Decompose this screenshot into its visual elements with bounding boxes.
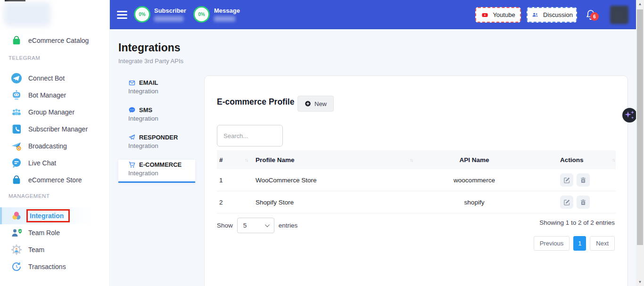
discussion-button[interactable]: Discussion — [527, 7, 577, 23]
tab-ecommerce-integration[interactable]: E-COMMERCE Integration — [118, 160, 195, 183]
app-logo[interactable] — [4, 2, 51, 26]
api-name-cell: woocommerce — [415, 177, 533, 184]
tab-email-integration[interactable]: EMAIL Integration — [118, 78, 195, 99]
delete-button[interactable] — [577, 196, 590, 209]
new-profile-button[interactable]: New — [297, 96, 334, 112]
subscriber-progress-gauge: 0% — [134, 6, 150, 23]
contact-book-icon — [11, 123, 22, 135]
sidebar-item-subscriber-manager[interactable]: Subscriber Manager — [0, 121, 110, 138]
search-input[interactable] — [217, 125, 283, 147]
edit-button[interactable] — [560, 173, 573, 187]
shopping-bag-icon — [11, 35, 22, 46]
sidebar-item-transactions[interactable]: Transactions — [0, 258, 110, 275]
sidebar-item-broadcasting[interactable]: Broadcasting — [0, 138, 110, 155]
scrollbar-thumb[interactable] — [637, 9, 643, 245]
sort-icon[interactable]: ↑↓ — [612, 157, 615, 163]
robot-icon — [11, 90, 22, 101]
sidebar-item-connect-bot[interactable]: Connect Bot — [0, 70, 110, 87]
chat-bubble-icon — [11, 157, 22, 169]
profile-name-cell: WooCommerce Store — [250, 177, 415, 184]
sidebar: eCommerce Catalog TELEGRAM Connect Bot B… — [0, 0, 110, 286]
current-page-button[interactable]: 1 — [573, 236, 586, 251]
sort-icon[interactable]: ↑↓ — [410, 157, 413, 163]
tab-title: E-COMMERCE — [139, 161, 182, 168]
sidebar-item-label: Team Role — [28, 229, 60, 237]
history-clock-icon — [11, 261, 22, 272]
integration-subnav: EMAIL Integration SMS Integration RESPON… — [118, 78, 195, 188]
next-page-button[interactable]: Next — [590, 236, 615, 251]
tab-subtitle: Integration — [128, 115, 195, 122]
profiles-table: #↑↓ Profile Name↑↓ API Name Actions↑↓ 1 … — [217, 150, 616, 213]
sidebar-item-ecommerce-store[interactable]: eCommerce Store — [0, 172, 110, 188]
main-content: Integrations Integrate 3rd Party APIs EM… — [110, 29, 636, 286]
pagination: Previous 1 Next — [534, 236, 615, 251]
sidebar-item-ecommerce-catalog[interactable]: eCommerce Catalog — [0, 32, 110, 49]
tab-title: EMAIL — [139, 79, 158, 86]
column-header-profile-name[interactable]: Profile Name↑↓ — [250, 156, 415, 163]
store-bag-icon — [11, 174, 22, 186]
scroll-down-arrow[interactable]: ▼ — [636, 280, 644, 284]
sidebar-item-label: Connect Bot — [28, 74, 65, 82]
previous-page-button[interactable]: Previous — [534, 236, 570, 251]
sidebar-item-group-manager[interactable]: Group Manager — [0, 104, 110, 121]
row-number: 2 — [217, 199, 250, 206]
sidebar-item-integration[interactable]: Integration — [0, 207, 110, 224]
sidebar-item-live-chat[interactable]: Live Chat — [0, 155, 110, 172]
active-indicator-bar — [0, 207, 2, 224]
page-subtitle: Integrate 3rd Party APIs — [118, 57, 183, 65]
sidebar-item-team-role[interactable]: Team Role — [0, 224, 110, 241]
tab-responder-integration[interactable]: RESPONDER Integration — [118, 132, 195, 154]
page-size-control: Show 5 entries — [217, 218, 297, 233]
show-label: Show — [217, 222, 233, 229]
user-avatar[interactable] — [610, 6, 628, 24]
edit-button[interactable] — [560, 196, 573, 209]
users-group-icon — [11, 106, 22, 118]
subscriber-count-redacted — [154, 16, 183, 22]
row-number: 1 — [217, 177, 250, 184]
sms-bubble-icon — [128, 106, 136, 114]
cart-icon — [128, 161, 136, 168]
hamburger-menu-icon[interactable] — [117, 11, 127, 21]
sidebar-item-team[interactable]: Team — [0, 241, 110, 258]
sidebar-item-label: Subscriber Manager — [28, 125, 88, 133]
table-header-row: #↑↓ Profile Name↑↓ API Name Actions↑↓ — [217, 150, 616, 169]
browser-edge-bar — [5, 0, 25, 1]
envelope-icon — [128, 80, 136, 86]
sidebar-group-management: Integration Team Role Team Transactions — [0, 207, 110, 275]
subscriber-progress-value: 0% — [139, 12, 145, 17]
sidebar-item-label: Broadcasting — [28, 142, 67, 150]
delete-button[interactable] — [577, 173, 590, 187]
entries-label: entries — [279, 222, 298, 229]
api-name-cell: shopify — [415, 199, 533, 206]
broadcast-plane-icon — [11, 140, 22, 152]
scroll-up-arrow[interactable]: ▲ — [636, 2, 644, 6]
table-row: 2 Shopify Store shopify — [217, 191, 616, 213]
column-header-api-name[interactable]: API Name — [415, 156, 533, 163]
sparkle-icon — [631, 116, 634, 119]
tab-title: RESPONDER — [139, 134, 178, 141]
sparkle-icon — [625, 111, 631, 118]
profile-name-cell: Shopify Store — [250, 199, 415, 206]
chevron-down-icon — [265, 222, 270, 227]
youtube-button[interactable]: Youtube — [475, 7, 521, 23]
sidebar-item-label: eCommerce Catalog — [28, 37, 89, 44]
discussion-button-label: Discussion — [543, 11, 573, 18]
tab-subtitle: Integration — [128, 88, 195, 95]
page-size-select[interactable]: 5 — [237, 218, 274, 233]
sidebar-item-bot-manager[interactable]: Bot Manager — [0, 87, 110, 104]
tab-sms-integration[interactable]: SMS Integration — [118, 105, 195, 127]
notification-count-badge: 6 — [590, 12, 599, 21]
sort-icon[interactable]: ↑↓ — [245, 157, 248, 163]
sidebar-item-label: Live Chat — [28, 159, 56, 167]
telegram-icon — [11, 73, 22, 84]
annotation-highlight: Integration — [26, 209, 70, 222]
new-button-label: New — [314, 100, 327, 107]
column-header-actions[interactable]: Actions↑↓ — [533, 156, 616, 163]
vertical-scrollbar[interactable]: ▲ ▼ — [636, 0, 644, 286]
ai-assistant-button[interactable] — [622, 108, 637, 123]
showing-entries-text: Showing 1 to 2 of 2 entries — [539, 219, 615, 226]
gear-person-icon — [11, 244, 22, 255]
column-header-num[interactable]: #↑↓ — [217, 156, 250, 163]
actions-cell — [533, 173, 616, 187]
message-count-redacted — [214, 16, 235, 22]
